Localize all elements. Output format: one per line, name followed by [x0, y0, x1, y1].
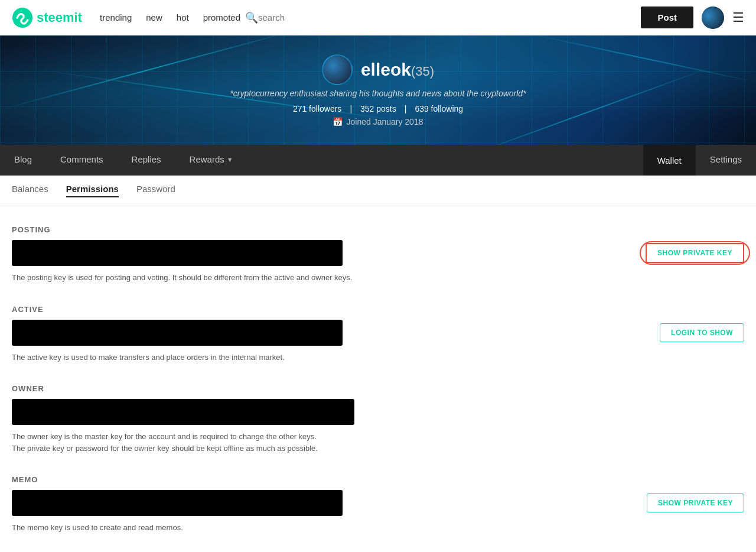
sub-tabs: Balances Permissions Password	[0, 176, 756, 206]
stat-divider-2: |	[405, 104, 407, 113]
banner-content: elleok(35) *cryptocurrency enthusiast sh…	[230, 54, 526, 126]
posting-key-actions: SHOW PRIVATE KEY	[354, 243, 744, 263]
steemit-logo-icon	[12, 7, 33, 28]
subtab-permissions[interactable]: Permissions	[66, 184, 119, 197]
subtab-balances[interactable]: Balances	[12, 184, 48, 197]
memo-key-input	[12, 490, 343, 516]
active-label: ACTIVE	[12, 305, 744, 314]
memo-show-key-button[interactable]: SHOW PRIVATE KEY	[647, 493, 744, 512]
memo-label: MEMO	[12, 475, 744, 484]
followers-count: 271 followers	[293, 104, 342, 113]
subtab-password[interactable]: Password	[136, 184, 175, 197]
active-section: ACTIVE LOGIN TO SHOW The active key is u…	[12, 305, 744, 363]
hamburger-icon[interactable]: ☰	[732, 10, 744, 25]
banner-reputation: (35)	[411, 64, 434, 79]
logo-link[interactable]: steemit	[12, 7, 82, 28]
posting-key-input	[12, 240, 343, 266]
memo-key-row: SHOW PRIVATE KEY	[12, 490, 744, 516]
tab-wallet[interactable]: Wallet	[643, 145, 696, 176]
banner-top: elleok(35)	[322, 54, 434, 85]
owner-key-row	[12, 399, 744, 425]
permissions-content: POSTING SHOW PRIVATE KEY The posting key…	[0, 206, 756, 552]
banner-username-wrap: elleok(35)	[361, 60, 434, 80]
owner-section: OWNER The owner key is the master key fo…	[12, 384, 744, 454]
tab-comments[interactable]: Comments	[46, 145, 118, 176]
active-description: The active key is used to make transfers…	[12, 352, 744, 363]
posting-section: POSTING SHOW PRIVATE KEY The posting key…	[12, 225, 744, 284]
tab-settings[interactable]: Settings	[696, 145, 756, 176]
search-icon[interactable]: 🔍	[245, 11, 258, 24]
posting-key-row: SHOW PRIVATE KEY	[12, 240, 744, 266]
owner-label: OWNER	[12, 384, 744, 393]
rewards-dropdown-icon: ▼	[227, 156, 233, 163]
tab-replies[interactable]: Replies	[118, 145, 175, 176]
owner-key-input	[12, 399, 354, 425]
avatar	[702, 7, 724, 29]
tab-blog[interactable]: Blog	[0, 145, 46, 176]
banner-bio: *cryptocurrency enthusiast sharing his t…	[230, 89, 526, 98]
active-key-actions: LOGIN TO SHOW	[354, 323, 744, 342]
header: steemit trending new hot promoted 🔍 Post…	[0, 0, 756, 35]
search-input[interactable]	[258, 12, 353, 22]
tab-rewards[interactable]: Rewards ▼	[175, 145, 247, 176]
following-count: 639 following	[415, 104, 463, 113]
calendar-icon: 📅	[333, 117, 343, 126]
header-right: Post ☰	[641, 7, 744, 29]
active-login-show-button[interactable]: LOGIN TO SHOW	[660, 323, 744, 342]
banner-joined: 📅 Joined January 2018	[333, 117, 423, 126]
memo-key-actions: SHOW PRIVATE KEY	[354, 493, 744, 512]
main-nav: trending new hot promoted	[100, 12, 240, 23]
posts-count: 352 posts	[360, 104, 396, 113]
nav-trending[interactable]: trending	[100, 12, 132, 22]
nav-promoted[interactable]: promoted	[203, 12, 240, 22]
owner-description: The owner key is the master key for the …	[12, 431, 744, 454]
active-key-input	[12, 320, 343, 346]
post-button[interactable]: Post	[641, 7, 693, 28]
posting-description: The posting key is used for posting and …	[12, 272, 744, 284]
nav-hot[interactable]: hot	[177, 12, 189, 22]
stat-divider-1: |	[350, 104, 352, 113]
memo-description: The memo key is used to create and read …	[12, 522, 744, 534]
user-avatar-button[interactable]	[702, 7, 724, 29]
logo-text: steemit	[37, 10, 82, 25]
posting-label: POSTING	[12, 225, 744, 234]
nav-new[interactable]: new	[146, 12, 162, 22]
profile-tabs: Blog Comments Replies Rewards ▼ Wallet S…	[0, 145, 756, 176]
banner-avatar	[322, 54, 353, 85]
memo-section: MEMO SHOW PRIVATE KEY The memo key is us…	[12, 475, 744, 534]
active-key-row: LOGIN TO SHOW	[12, 320, 744, 346]
posting-show-key-button[interactable]: SHOW PRIVATE KEY	[646, 243, 744, 263]
banner-username: elleok(35)	[361, 60, 434, 79]
profile-banner: elleok(35) *cryptocurrency enthusiast sh…	[0, 35, 756, 145]
banner-stats: 271 followers | 352 posts | 639 followin…	[293, 104, 463, 113]
